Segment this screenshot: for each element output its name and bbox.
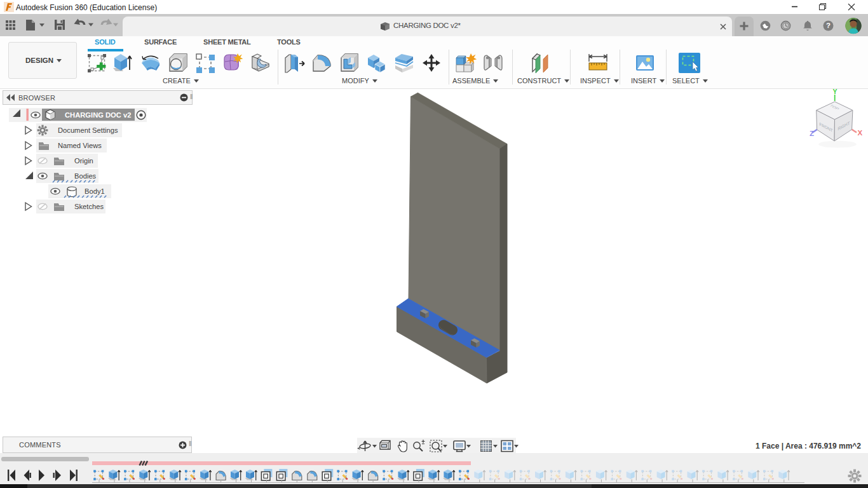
svg-text:Z: Z (810, 130, 814, 137)
svg-text:Y: Y (833, 88, 837, 95)
svg-text:?: ? (826, 22, 831, 29)
svg-text:X: X (858, 129, 863, 137)
